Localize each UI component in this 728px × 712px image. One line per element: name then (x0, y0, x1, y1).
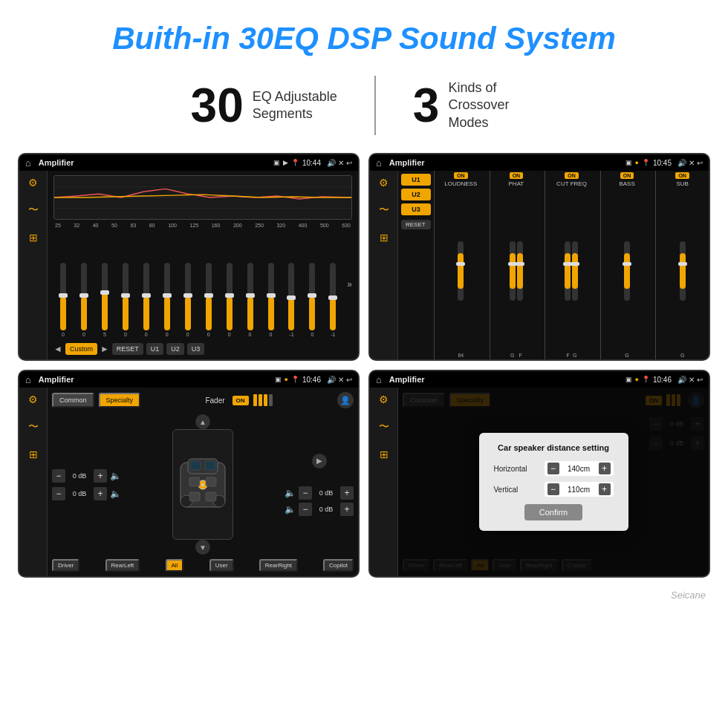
rr-plus[interactable]: + (340, 503, 354, 516)
fr-plus[interactable]: + (340, 486, 354, 500)
fader-label: Fader (205, 396, 224, 405)
eq-prev-btn[interactable]: ◄ (53, 344, 62, 354)
screen-eq: ⌂ Amplifier ▣ ▶ 📍 10:44 🔊 ✕ ↩ ⚙ 〜 ⊞ (18, 153, 360, 361)
fader-wave-icon[interactable]: 〜 (28, 420, 39, 434)
common-tab[interactable]: Common (52, 393, 94, 408)
nav-down-btn[interactable]: ▼ (195, 540, 210, 555)
all-btn[interactable]: All (166, 559, 184, 572)
back-icon-2[interactable]: ↩ (697, 159, 703, 167)
horizontal-control: − 140cm + (545, 461, 614, 476)
slider-track-12[interactable] (288, 263, 294, 330)
vertical-plus[interactable]: + (599, 483, 611, 495)
vertical-minus[interactable]: − (547, 483, 559, 495)
fr-minus[interactable]: − (299, 486, 312, 500)
cross-wave-icon[interactable]: 〜 (379, 203, 389, 217)
nav-up-btn[interactable]: ▲ (195, 414, 210, 429)
slider-track-8[interactable] (206, 263, 212, 330)
slider-track-14[interactable] (330, 263, 336, 330)
loudness-slider1[interactable] (458, 241, 464, 301)
eq-u3-btn[interactable]: U3 (187, 343, 205, 355)
sub-slider1[interactable] (680, 241, 686, 301)
vertical-label: Vertical (494, 486, 539, 494)
eq-custom-btn[interactable]: Custom (65, 343, 97, 355)
cutfreq-col: ON CUT FREQ (545, 171, 598, 359)
eq-icon[interactable]: ⚙ (28, 177, 38, 189)
phat-on[interactable]: ON (510, 172, 524, 179)
rearleft-btn[interactable]: RearLeft (105, 559, 140, 572)
app-name-2: Amplifier (389, 158, 623, 167)
fl-minus[interactable]: − (52, 469, 65, 483)
cross-expand-icon[interactable]: ⊞ (380, 232, 389, 244)
slider-track-6[interactable] (164, 263, 170, 330)
home-icon-2[interactable]: ⌂ (376, 157, 382, 169)
time-3: 10:46 (302, 376, 321, 384)
dist-expand-icon[interactable]: ⊞ (380, 448, 389, 460)
rearright-btn[interactable]: RearRight (259, 559, 298, 572)
app-name-1: Amplifier (39, 158, 270, 167)
back-icon-4[interactable]: ↩ (697, 376, 703, 384)
cutfreq-on[interactable]: ON (565, 172, 579, 179)
slider-track-2[interactable] (81, 263, 87, 330)
eq-u1-btn[interactable]: U1 (146, 343, 164, 355)
svg-rect-15 (206, 492, 216, 501)
phat-slider1[interactable] (510, 241, 516, 301)
fl-plus[interactable]: + (94, 469, 107, 483)
slider-track-7[interactable] (185, 263, 191, 330)
eq-bottom-bar: ◄ Custom ► RESET U1 U2 U3 (53, 343, 352, 355)
slider-track-10[interactable] (247, 263, 253, 330)
specialty-tab[interactable]: Specialty (99, 393, 141, 408)
driver-settings-icon[interactable]: 👤 (337, 392, 354, 408)
slider-track-1[interactable] (60, 263, 66, 330)
slider-track-9[interactable] (227, 263, 233, 330)
app-name-4: Amplifier (389, 375, 623, 384)
dot-icon-2: ● (635, 159, 639, 166)
sub-on[interactable]: ON (675, 172, 689, 179)
cutfreq-slider1[interactable] (565, 241, 571, 301)
wave-icon[interactable]: 〜 (28, 203, 39, 217)
back-icon-3[interactable]: ↩ (346, 376, 352, 384)
phat-slider2[interactable] (517, 241, 523, 301)
fader-bars (253, 394, 273, 406)
cutfreq-slider2[interactable] (572, 241, 578, 301)
user-btn[interactable]: User (209, 559, 234, 572)
cross-eq-icon[interactable]: ⚙ (379, 177, 389, 189)
confirm-button[interactable]: Confirm (524, 504, 583, 520)
eq-u2-btn[interactable]: U2 (166, 343, 184, 355)
rl-minus[interactable]: − (52, 487, 65, 500)
driver-btn[interactable]: Driver (52, 559, 79, 572)
slider-track-13[interactable] (309, 263, 315, 330)
rl-plus[interactable]: + (94, 487, 107, 500)
home-icon-3[interactable]: ⌂ (25, 374, 31, 385)
dist-eq-icon[interactable]: ⚙ (379, 393, 389, 405)
slider-track-3[interactable] (102, 263, 108, 330)
bass-slider1[interactable] (624, 241, 630, 301)
horizontal-minus[interactable]: − (547, 463, 559, 474)
u1-button[interactable]: U1 (401, 174, 431, 186)
horizontal-plus[interactable]: + (599, 463, 611, 474)
rr-minus[interactable]: − (299, 503, 312, 516)
u3-button[interactable]: U3 (401, 203, 431, 215)
slider-track-5[interactable] (143, 263, 149, 330)
next-sliders-btn[interactable]: » (347, 279, 352, 290)
nav-right-btn[interactable]: ▶ (312, 454, 327, 468)
slider-track-11[interactable] (268, 263, 274, 330)
rec-icon-2: ▣ (625, 159, 632, 166)
eq-main: 253240 506380 100125160 200250320 400500… (48, 171, 358, 359)
home-icon-4[interactable]: ⌂ (376, 374, 382, 385)
home-icon-1[interactable]: ⌂ (25, 157, 31, 169)
eq-next-btn[interactable]: ► (100, 344, 109, 354)
vol-icon-2: 🔊 (677, 159, 686, 167)
expand-icon[interactable]: ⊞ (29, 232, 38, 244)
fader-expand-icon[interactable]: ⊞ (29, 448, 38, 460)
back-icon-1[interactable]: ↩ (346, 159, 352, 167)
slider-track-4[interactable] (123, 263, 129, 330)
bass-on[interactable]: ON (620, 172, 634, 179)
cross-reset-btn[interactable]: RESET (401, 220, 431, 229)
eq-reset-btn[interactable]: RESET (112, 343, 143, 355)
fader-on-toggle[interactable]: ON (233, 396, 249, 405)
fader-eq-icon[interactable]: ⚙ (28, 393, 38, 405)
u2-button[interactable]: U2 (401, 189, 431, 200)
dist-wave-icon[interactable]: 〜 (379, 420, 389, 434)
copilot-btn[interactable]: Copilot (323, 559, 354, 572)
loudness-on[interactable]: ON (454, 172, 468, 179)
